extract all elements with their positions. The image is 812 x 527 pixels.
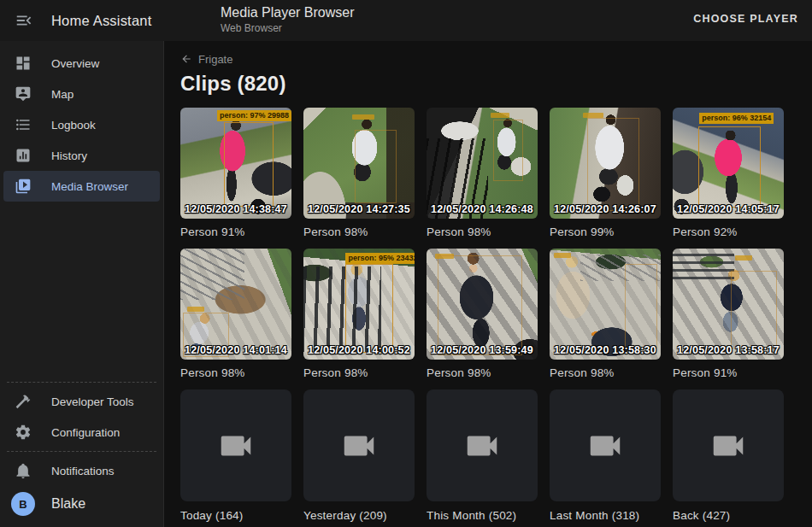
page-header-title: Media Player Browser [221, 5, 355, 20]
folder-label: This Month (502) [427, 509, 538, 522]
folder-item-back[interactable]: Back (427) [673, 389, 784, 522]
clip-thumbnail[interactable]: 12/05/2020 14:27:35 [303, 108, 415, 219]
clip-item[interactable]: 12/05/2020 14:26:48 Person 98% [427, 108, 538, 238]
dashboard-icon [15, 55, 32, 72]
user-avatar[interactable]: B [11, 492, 35, 516]
detection-artifact [187, 307, 204, 312]
sidebar: Overview Map Logbook History Media Brows… [0, 41, 164, 527]
clip-thumbnail[interactable]: 12/05/2020 13:58:17 [673, 249, 784, 360]
detection-label: person: 96% 32154 [699, 113, 774, 124]
folder-item-today[interactable]: Today (164) [180, 389, 291, 522]
sidebar-profile[interactable]: B Blake [3, 486, 160, 522]
clip-timestamp: 12/05/2020 14:26:48 [431, 203, 533, 215]
clip-thumbnail[interactable]: 12/05/2020 14:26:48 [427, 108, 538, 219]
sidebar-item-media-browser[interactable]: Media Browser [3, 171, 160, 202]
sidebar-item-label: Configuration [51, 426, 120, 439]
folder-item-last-month[interactable]: Last Month (318) [550, 389, 661, 522]
video-camera-icon [462, 426, 502, 466]
folder-item-this-month[interactable]: This Month (502) [427, 389, 538, 522]
clip-caption: Person 98% [303, 225, 415, 238]
choose-player-button[interactable]: CHOOSE PLAYER [693, 13, 798, 25]
list-bulleted-icon [15, 116, 32, 133]
clip-thumbnail[interactable]: person: 96% 32154 12/05/2020 14:05:17 [673, 108, 784, 219]
sidebar-item-label: Map [51, 88, 74, 101]
sidebar-item-overview[interactable]: Overview [3, 48, 160, 79]
sidebar-item-logbook[interactable]: Logbook [3, 109, 160, 140]
menu-open-icon [15, 11, 33, 30]
clip-timestamp: 12/05/2020 13:58:17 [677, 344, 780, 356]
user-name: Blake [51, 496, 85, 512]
clip-thumbnail[interactable]: 12/05/2020 14:01:14 [180, 249, 291, 360]
folder-tile[interactable] [550, 389, 661, 501]
clip-timestamp: 12/05/2020 14:26:07 [554, 203, 656, 215]
sidebar-toggle-button[interactable] [15, 11, 33, 30]
clip-thumbnail[interactable]: person: 95% 23432 12/05/2020 14:00:52 [303, 249, 415, 360]
clip-item[interactable]: 12/05/2020 14:01:14 Person 98% [180, 249, 291, 379]
video-camera-icon [339, 426, 379, 466]
sidebar-divider [7, 382, 156, 383]
sidebar-item-developer-tools[interactable]: Developer Tools [3, 386, 160, 417]
folder-item-yesterday[interactable]: Yesterday (209) [303, 389, 415, 522]
video-camera-icon [585, 426, 625, 466]
page-title: Clips (820) [180, 72, 812, 96]
clip-thumbnail[interactable]: 12/05/2020 14:26:07 [550, 108, 661, 219]
detection-bbox [493, 120, 523, 181]
chart-box-icon [15, 147, 32, 164]
gear-icon [15, 424, 32, 441]
play-box-multiple-icon [15, 178, 32, 195]
detection-label: person: 95% 23432 [345, 253, 415, 264]
clip-caption: Person 91% [180, 225, 291, 238]
sidebar-item-label: Logbook [51, 119, 96, 132]
tooltip-account-icon [15, 85, 32, 102]
folder-label: Last Month (318) [550, 509, 661, 522]
clip-caption: Person 98% [303, 366, 415, 379]
clip-caption: Person 91% [673, 366, 784, 379]
folder-tile[interactable] [427, 389, 538, 501]
media-player-header: Media Player Browser Web Browser [221, 5, 355, 34]
arrow-left-icon [180, 53, 192, 65]
sidebar-spacer [0, 202, 163, 378]
clip-thumbnail[interactable]: 12/05/2020 13:59:49 [427, 249, 538, 360]
breadcrumb-label: Frigate [198, 53, 232, 66]
clip-timestamp: 12/05/2020 14:01:14 [185, 344, 287, 356]
clip-item[interactable]: 12/05/2020 14:27:35 Person 98% [303, 108, 415, 238]
clip-item[interactable]: person: 96% 32154 12/05/2020 14:05:17 Pe… [673, 108, 784, 238]
folder-tile[interactable] [180, 389, 291, 501]
sidebar-item-notifications[interactable]: Notifications [3, 455, 160, 486]
clip-item[interactable]: person: 97% 29988 12/05/2020 14:38:47 Pe… [180, 108, 291, 238]
app-title: Home Assistant [51, 13, 151, 29]
clip-timestamp: 12/05/2020 13:59:49 [431, 344, 533, 356]
detection-label: person: 97% 29988 [217, 110, 291, 121]
detection-bbox [355, 130, 397, 203]
clip-caption: Person 98% [550, 366, 661, 379]
sidebar-item-label: Notifications [51, 465, 115, 477]
clip-item[interactable]: 12/05/2020 13:58:17 Person 91% [673, 249, 784, 379]
clip-item[interactable]: 12/05/2020 14:26:07 Person 99% [550, 108, 661, 238]
detection-bbox [224, 122, 274, 207]
folder-label: Back (427) [673, 509, 784, 522]
breadcrumb-back[interactable]: Frigate [180, 51, 812, 67]
sidebar-item-map[interactable]: Map [3, 79, 160, 109]
clip-item[interactable]: 12/05/2020 13:59:49 Person 98% [427, 249, 538, 379]
clip-thumbnail[interactable]: 12/05/2020 13:58:30 [550, 249, 661, 360]
folder-label: Yesterday (209) [303, 509, 415, 522]
video-camera-icon [216, 426, 256, 466]
sidebar-item-label: Overview [51, 57, 99, 70]
video-camera-icon [709, 426, 748, 466]
folder-tile[interactable] [673, 389, 784, 501]
clip-item[interactable]: person: 95% 23432 12/05/2020 14:00:52 Pe… [303, 249, 415, 379]
clip-item[interactable]: 12/05/2020 13:58:30 Person 98% [550, 249, 661, 379]
detection-bbox [345, 264, 393, 353]
clip-thumbnail[interactable]: person: 97% 29988 12/05/2020 14:38:47 [180, 108, 291, 219]
detection-artifact [554, 253, 571, 258]
detection-bbox [625, 264, 657, 348]
clips-grid: person: 97% 29988 12/05/2020 14:38:47 Pe… [180, 108, 812, 522]
sidebar-item-configuration[interactable]: Configuration [3, 417, 160, 448]
clip-timestamp: 12/05/2020 14:00:52 [308, 344, 410, 356]
detection-bbox [438, 255, 522, 355]
detection-bbox [587, 118, 639, 211]
sidebar-item-label: Media Browser [51, 180, 128, 193]
detection-bbox [731, 271, 778, 348]
folder-tile[interactable] [303, 389, 415, 501]
sidebar-item-history[interactable]: History [3, 140, 160, 171]
